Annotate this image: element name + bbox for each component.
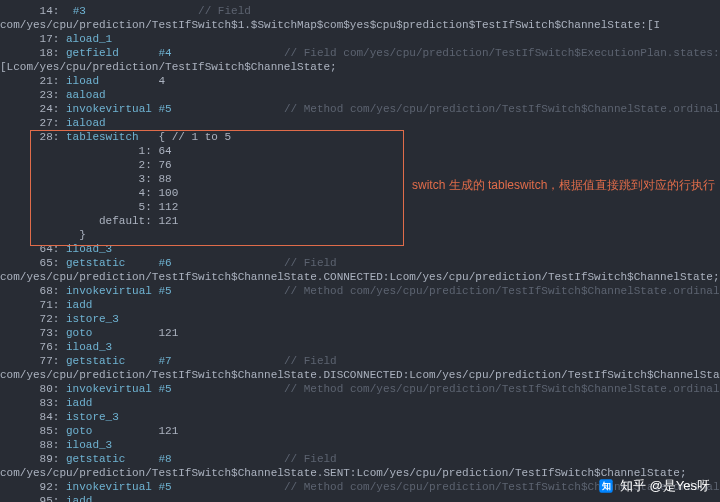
code-line: 84: istore_3: [0, 410, 720, 424]
code-line: 73: goto 121: [0, 326, 720, 340]
code-line: 27: iaload: [0, 116, 720, 130]
code-line: 64: iload_3: [0, 242, 720, 256]
code-line: 65: getstatic #6 // Field: [0, 256, 720, 270]
code-line: 28: tableswitch { // 1 to 5: [0, 130, 720, 144]
code-line: 2: 76: [0, 158, 720, 172]
code-line: 71: iadd: [0, 298, 720, 312]
code-line: 77: getstatic #7 // Field: [0, 354, 720, 368]
code-line: 83: iadd: [0, 396, 720, 410]
code-line: 89: getstatic #8 // Field: [0, 452, 720, 466]
bytecode-listing: 14: #3 // Fieldcom/yes/cpu/prediction/Te…: [0, 4, 720, 502]
annotation-text: switch 生成的 tableswitch，根据值直接跳到对应的行执行: [412, 178, 715, 192]
code-line: 21: iload 4: [0, 74, 720, 88]
code-line: 80: invokevirtual #5 // Method com/yes/c…: [0, 382, 720, 396]
code-line: 5: 112: [0, 200, 720, 214]
code-line: 72: istore_3: [0, 312, 720, 326]
code-line: 76: iload_3: [0, 340, 720, 354]
code-line: com/yes/cpu/prediction/TestIfSwitch$Chan…: [0, 270, 720, 284]
code-line: 68: invokevirtual #5 // Method com/yes/c…: [0, 284, 720, 298]
code-line: default: 121: [0, 214, 720, 228]
code-line: 95: iadd: [0, 494, 720, 502]
code-view: 14: #3 // Fieldcom/yes/cpu/prediction/Te…: [0, 0, 720, 502]
code-line: 88: iload_3: [0, 438, 720, 452]
code-line: 17: aload_1: [0, 32, 720, 46]
code-line: }: [0, 228, 720, 242]
watermark-text: 知乎 @是Yes呀: [620, 479, 710, 493]
code-line: 14: #3 // Field: [0, 4, 720, 18]
code-line: 1: 64: [0, 144, 720, 158]
code-line: 24: invokevirtual #5 // Method com/yes/c…: [0, 102, 720, 116]
code-line: 23: aaload: [0, 88, 720, 102]
watermark: 知 知乎 @是Yes呀: [598, 478, 710, 494]
code-line: [Lcom/yes/cpu/prediction/TestIfSwitch$Ch…: [0, 60, 720, 74]
code-line: 18: getfield #4 // Field com/yes/cpu/pre…: [0, 46, 720, 60]
code-line: com/yes/cpu/prediction/TestIfSwitch$Chan…: [0, 368, 720, 382]
code-line: com/yes/cpu/prediction/TestIfSwitch$1.$S…: [0, 18, 720, 32]
zhihu-icon: 知: [598, 478, 614, 494]
svg-text:知: 知: [600, 481, 610, 491]
code-line: 85: goto 121: [0, 424, 720, 438]
